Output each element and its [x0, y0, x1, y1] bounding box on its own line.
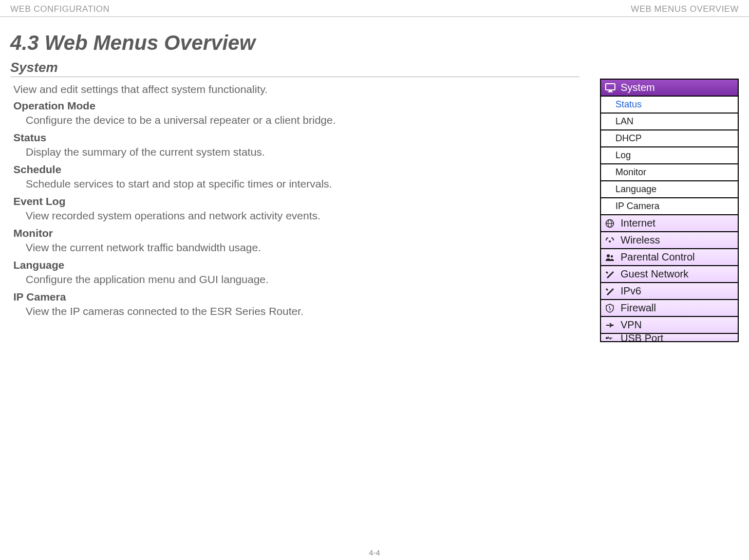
menu-internet[interactable]: Internet [601, 215, 738, 232]
menu-wireless[interactable]: Wireless [601, 232, 738, 249]
menu-label: Parental Control [621, 251, 695, 263]
monitor-icon [605, 83, 615, 92]
item-desc: Configure the device to be a universal r… [26, 114, 579, 126]
header-right: WEB MENUS OVERVIEW [631, 4, 739, 14]
usb-icon [605, 334, 616, 341]
menu-label: VPN [621, 319, 642, 331]
item-desc: View the IP cameras connected to the ESR… [26, 305, 579, 318]
main-content: 4.3 Web Menus Overview System View and e… [10, 22, 600, 342]
item-title: Event Log [13, 195, 579, 208]
item-title: IP Camera [13, 291, 579, 303]
page-number: 4-4 [0, 548, 749, 557]
item-desc: Schedule services to start and stop at s… [26, 178, 579, 190]
submenu-status[interactable]: Status [601, 97, 738, 114]
item-title: Status [13, 132, 579, 144]
item-desc: Configure the application menu and GUI l… [26, 273, 579, 286]
menu-label: USB Port [621, 334, 663, 341]
submenu-lan[interactable]: LAN [601, 114, 738, 130]
menu-parental-control[interactable]: Parental Control [601, 249, 738, 266]
menu-guest-network[interactable]: Guest Network [601, 266, 738, 283]
tools-icon [605, 270, 616, 279]
globe-icon [605, 219, 616, 228]
svg-point-6 [609, 240, 611, 242]
tools-icon [605, 287, 616, 296]
svg-rect-1 [609, 90, 612, 91]
item-desc: Display the summary of the current syste… [26, 146, 579, 158]
submenu-language[interactable]: Language [601, 181, 738, 198]
svg-rect-2 [608, 91, 613, 92]
menu-label: IPv6 [621, 285, 641, 297]
arrow-icon [605, 322, 616, 329]
svg-point-10 [606, 337, 608, 339]
menu-header-system[interactable]: System [601, 80, 738, 97]
header-left: WEB CONFIGURATION [10, 4, 109, 14]
menu-label: Guest Network [621, 268, 688, 280]
intro-text: View and edit settings that affect syste… [13, 83, 579, 96]
wireless-icon [605, 237, 616, 244]
people-icon [605, 253, 616, 262]
item-title: Operation Mode [13, 100, 579, 112]
section-heading: System [10, 60, 579, 77]
svg-point-9 [612, 324, 614, 326]
nav-menu: System Status LAN DHCP Log Monitor Langu… [600, 79, 739, 342]
item-title: Schedule [13, 163, 579, 176]
svg-point-8 [611, 255, 613, 257]
menu-label: Internet [621, 217, 656, 229]
item-desc: View the current network traffic bandwid… [26, 241, 579, 254]
svg-point-7 [607, 254, 610, 257]
divider [0, 16, 749, 17]
page-title: 4.3 Web Menus Overview [10, 31, 579, 54]
submenu-ip-camera[interactable]: IP Camera [601, 198, 738, 215]
submenu-dhcp[interactable]: DHCP [601, 130, 738, 147]
shield-icon [605, 304, 616, 313]
menu-usb-port[interactable]: USB Port [601, 334, 738, 341]
menu-header-label: System [621, 82, 655, 94]
item-title: Language [13, 259, 579, 271]
svg-rect-0 [606, 84, 615, 90]
submenu-log[interactable]: Log [601, 147, 738, 164]
item-title: Monitor [13, 227, 579, 239]
menu-label: Wireless [621, 234, 660, 246]
item-desc: View recorded system operations and netw… [26, 210, 579, 222]
menu-vpn[interactable]: VPN [601, 317, 738, 334]
menu-label: Firewall [621, 302, 656, 314]
menu-firewall[interactable]: Firewall [601, 300, 738, 317]
submenu-monitor[interactable]: Monitor [601, 164, 738, 181]
menu-ipv6[interactable]: IPv6 [601, 283, 738, 300]
